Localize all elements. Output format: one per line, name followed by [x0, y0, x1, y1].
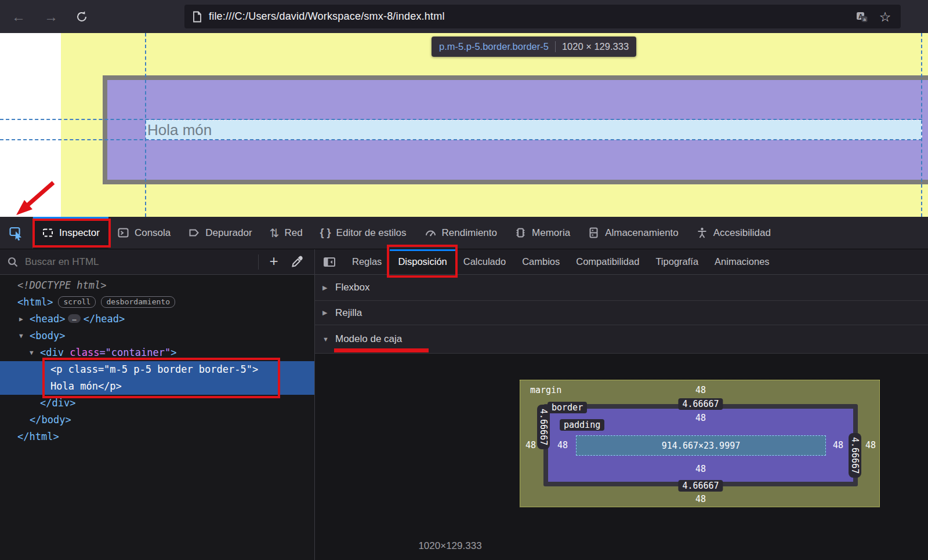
infobar-divider	[555, 41, 556, 52]
expand-arrow-icon: ▶	[322, 309, 335, 317]
collapse-arrow-icon[interactable]: ▼	[30, 344, 40, 361]
highlighter-guide-right	[921, 33, 922, 217]
tab-label: Editor de estilos	[336, 227, 407, 239]
infobar-dimensions: 1020 × 129.333	[562, 41, 629, 52]
sidebar-tab-compatibility[interactable]: Compatibilidad	[568, 249, 647, 274]
tab-label: Inspector	[59, 227, 100, 239]
tab-label: Depurador	[205, 227, 252, 239]
tree-node-body[interactable]: ▼<body>	[0, 328, 314, 344]
infobar-selector: p.m-5.p-5.border.border-5	[439, 41, 549, 52]
tree-node-html[interactable]: <html>scrolldesbordamiento	[0, 294, 314, 311]
tree-node-div-close[interactable]: </div>	[0, 395, 314, 412]
element-content-highlight: Hola món	[146, 120, 922, 140]
element-picker-button[interactable]	[0, 217, 33, 249]
margin-left-value[interactable]: 48	[525, 440, 536, 450]
layout-section-grid[interactable]: ▶ Rejilla	[315, 301, 928, 325]
markup-search-row: +	[0, 249, 314, 275]
devtools-tab-network[interactable]: ⇅ Red	[261, 217, 311, 249]
padding-left-value[interactable]: 48	[557, 440, 568, 450]
collapsed-ellipsis-icon[interactable]: …	[68, 314, 80, 323]
border-left-value[interactable]: 4.66667	[537, 405, 550, 449]
back-button[interactable]: ←	[9, 8, 28, 26]
sidebar-tab-fonts[interactable]: Tipografía	[647, 249, 706, 274]
html-tree: <!DOCTYPE html> <html>scrolldesbordamien…	[0, 275, 314, 560]
devtools-tab-accessibility[interactable]: Accesibilidad	[687, 217, 780, 249]
inspector-markup-panel: + <!DOCTYPE html> <html>scrolldesbordami…	[0, 249, 315, 560]
sidebar-tabs: Reglas Disposición Calculado Cambios Com…	[315, 249, 928, 275]
devtools-tab-memory[interactable]: Memoria	[506, 217, 579, 249]
devtools-tab-debugger[interactable]: Depurador	[179, 217, 260, 249]
tab-label: Memoria	[532, 227, 570, 239]
margin-top-value[interactable]: 48	[695, 385, 706, 395]
tree-node-body-close[interactable]: </body>	[0, 412, 314, 428]
border-top-value[interactable]: 4.66667	[678, 398, 723, 410]
reload-button[interactable]	[72, 8, 92, 26]
back-icon: ←	[12, 9, 26, 25]
margin-bottom-value[interactable]: 48	[695, 494, 706, 504]
devtools-panel: Inspector Consola Depurador ⇅ Red	[0, 217, 928, 560]
collapse-arrow-icon[interactable]: ▼	[19, 328, 30, 344]
element-picker-icon	[9, 226, 24, 241]
layout-section-boxmodel[interactable]: ▼ Modelo de caja	[315, 325, 928, 354]
sidebar-tab-animations[interactable]: Animaciones	[706, 249, 777, 274]
tab-label: Red	[284, 227, 302, 239]
search-input[interactable]	[24, 256, 255, 268]
margin-right-value[interactable]: 48	[865, 440, 876, 450]
plus-icon: +	[269, 252, 278, 270]
devtools-body: + <!DOCTYPE html> <html>scrolldesbordami…	[0, 249, 928, 560]
expand-arrow-icon[interactable]: ▶	[19, 311, 30, 328]
element-infobar: p.m-5.p-5.border.border-5 1020 × 129.333	[432, 37, 636, 57]
layout-section-flexbox[interactable]: ▶ Flexbox	[315, 275, 928, 301]
padding-right-value[interactable]: 48	[833, 440, 843, 450]
badge-overflow[interactable]: desbordamiento	[101, 296, 175, 308]
memory-icon	[514, 227, 527, 239]
content-size-value[interactable]: 914.667×23.9997	[662, 441, 740, 451]
bookmark-button[interactable]: ☆	[876, 9, 894, 24]
highlighter-guide-bottom	[0, 139, 922, 140]
badge-scroll[interactable]: scroll	[58, 296, 96, 308]
network-icon: ⇅	[270, 226, 280, 240]
devtools-tab-style-editor[interactable]: { } Editor de estilos	[311, 217, 415, 249]
forward-icon: →	[44, 9, 58, 25]
url-text: file:///C:/Users/david/Workspace/smx-8/i…	[209, 10, 445, 23]
translate-button[interactable]: A a	[853, 9, 871, 24]
sidebar-tab-layout[interactable]: Disposición	[390, 249, 455, 274]
add-node-button[interactable]: +	[262, 249, 285, 274]
padding-top-value[interactable]: 48	[695, 413, 706, 423]
debugger-icon	[188, 227, 200, 239]
inspector-sidebar: Reglas Disposición Calculado Cambios Com…	[315, 249, 928, 560]
sidebar-tab-computed[interactable]: Calculado	[455, 249, 514, 274]
border-right-value[interactable]: 4.66667	[849, 433, 861, 478]
devtools-tab-performance[interactable]: Rendimiento	[415, 217, 506, 249]
accessibility-icon	[696, 227, 708, 239]
tab-label: Rendimiento	[442, 227, 497, 239]
tree-node-head[interactable]: ▶<head>…</head>	[0, 311, 314, 328]
sidebar-toggle-button[interactable]	[315, 249, 344, 274]
sidebar-tab-rules[interactable]: Reglas	[344, 249, 390, 274]
forward-button[interactable]: →	[41, 8, 61, 26]
tree-node-doctype[interactable]: <!DOCTYPE html>	[0, 277, 314, 294]
margin-region-label: margin	[530, 385, 561, 395]
element-size-readout: 1020×129.333	[412, 540, 488, 552]
collapse-arrow-icon: ▼	[322, 336, 335, 343]
highlighter-guide-left	[145, 33, 146, 217]
padding-bottom-value[interactable]: 48	[695, 464, 706, 474]
tree-node-div-container[interactable]: ▼<div class="container">	[0, 344, 314, 361]
performance-icon	[424, 227, 437, 239]
search-icon	[7, 256, 19, 268]
border-bottom-value[interactable]: 4.66667	[678, 480, 723, 492]
eyedropper-button[interactable]	[285, 249, 309, 274]
eyedropper-icon	[291, 256, 303, 268]
devtools-tab-console[interactable]: Consola	[108, 217, 179, 249]
bookmark-star-icon: ☆	[879, 9, 891, 25]
devtools-tab-inspector[interactable]: Inspector	[33, 217, 108, 249]
sidebar-tab-changes[interactable]: Cambios	[514, 249, 568, 274]
tab-label: Consola	[135, 227, 171, 239]
boxmodel-diagram: margin 914.667×23.9997 border padding 48…	[520, 380, 880, 507]
devtools-tab-storage[interactable]: Almacenamiento	[579, 217, 687, 249]
tree-node-html-close[interactable]: </html>	[0, 428, 314, 445]
tree-node-p-selected[interactable]: <p class="m-5 p-5 border border-5"> Hola…	[0, 361, 314, 395]
page-viewport: Hola món p.m-5.p-5.border.border-5 1020 …	[0, 33, 928, 217]
url-bar[interactable]: file:///C:/Users/david/Workspace/smx-8/i…	[184, 5, 901, 28]
storage-icon	[588, 227, 600, 239]
